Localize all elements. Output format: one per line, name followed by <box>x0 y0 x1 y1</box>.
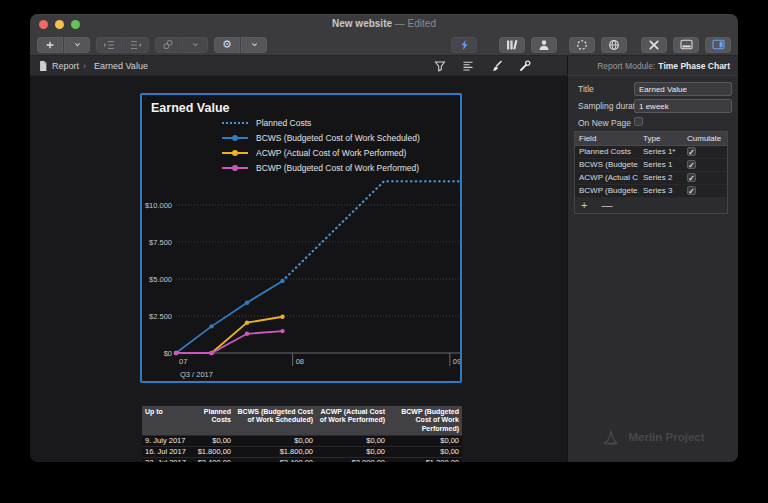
outdent-button[interactable] <box>122 37 149 53</box>
on-new-page-checkbox[interactable] <box>634 117 643 126</box>
svg-text:$0: $0 <box>164 349 172 358</box>
cumulate-checkbox[interactable]: ✓ <box>687 186 696 195</box>
settings-button[interactable]: ⚙ <box>214 37 240 53</box>
link-button[interactable] <box>155 37 181 53</box>
column-header: Planned Costs <box>192 406 234 435</box>
svg-text:Q3 / 2017: Q3 / 2017 <box>180 370 213 379</box>
series-cumulate-cell: ✓ <box>683 146 727 158</box>
link-split-button <box>155 37 208 53</box>
series-table-header: FieldTypeCumulate <box>575 132 727 146</box>
remove-series-button[interactable]: — <box>601 199 612 211</box>
legend-label: BCWS (Budgeted Cost of Work Scheduled) <box>256 133 420 143</box>
library-button[interactable] <box>499 37 525 53</box>
breadcrumb-root[interactable]: Report <box>52 61 79 71</box>
svg-text:$10.000: $10.000 <box>145 201 172 210</box>
format-lines-icon[interactable] <box>462 60 474 72</box>
title-input[interactable] <box>634 82 732 96</box>
series-column-header: Cumulate <box>683 132 727 145</box>
column-header: BCWP (Budgeted Cost of Work Performed) <box>388 406 462 435</box>
resources-button[interactable] <box>531 37 557 53</box>
legend-item: ACWP (Actual Cost of Work Performed) <box>222 148 420 157</box>
title-row: Title <box>568 82 738 96</box>
tools-button[interactable] <box>641 37 667 53</box>
series-row[interactable]: Planned CostsSeries 1*✓ <box>575 146 727 159</box>
series-row[interactable]: BCWP (Budgete…Series 3✓ <box>575 185 727 198</box>
app-window: New website — Edited <box>30 14 738 462</box>
person-icon <box>538 39 550 51</box>
table-cell: $0,00 <box>316 447 388 457</box>
table-cell: $0,00 <box>316 436 388 446</box>
cumulate-checkbox[interactable]: ✓ <box>687 173 696 182</box>
link-menu-button[interactable] <box>181 37 208 53</box>
globe-icon <box>608 39 620 51</box>
table-header-row: Up toPlanned CostsBCWS (Budgeted Cost of… <box>142 406 462 435</box>
breadcrumb-bar: Report › Earned Value <box>30 56 567 76</box>
series-field: Planned Costs <box>575 146 639 158</box>
legend-swatch <box>222 167 248 169</box>
indent-icon <box>103 40 115 50</box>
outdent-icon <box>130 40 142 50</box>
legend-label: Planned Costs <box>256 118 311 128</box>
on-new-page-row: On New Page <box>568 116 738 130</box>
column-header: BCWS (Budgeted Cost of Work Scheduled) <box>234 406 316 435</box>
table-cell: $0,00 <box>192 436 234 446</box>
title-bar[interactable]: New website — Edited <box>30 14 738 34</box>
series-field: BCWP (Budgete… <box>575 185 639 197</box>
chart-legend: Planned CostsBCWS (Budgeted Cost of Work… <box>222 118 420 172</box>
add-activity-button[interactable] <box>37 37 63 53</box>
settings-split-button: ⚙ <box>214 37 267 53</box>
publish-button[interactable] <box>601 37 627 53</box>
series-row[interactable]: ACWP (Actual C…Series 2✓ <box>575 172 727 185</box>
legend-label: BCWP (Budgeted Cost of Work Performed) <box>256 163 419 173</box>
cumulate-checkbox[interactable]: ✓ <box>687 147 696 156</box>
series-type: Series 1* <box>639 146 683 158</box>
series-row[interactable]: BCWS (Budgete…Series 1✓ <box>575 159 727 172</box>
column-header: ACWP (Actual Cost of Work Performed) <box>316 406 388 435</box>
window-title: New website — Edited <box>30 18 738 29</box>
table-row: 23. Jul 2017$3.400,00$3.400,00$2.000,00$… <box>142 457 462 462</box>
table-cell: $1.800,00 <box>192 447 234 457</box>
filter-funnel-icon[interactable] <box>434 60 446 72</box>
column-header: Up to <box>142 406 192 435</box>
table-body: 9. July 2017$0,00$0,00$0,00$0,0016. Jul … <box>142 435 462 462</box>
view-option-icons <box>434 60 531 72</box>
sampling-duration-input[interactable] <box>634 99 732 113</box>
panel-bottom-icon <box>680 39 693 50</box>
earned-value-chart[interactable]: Earned Value Planned CostsBCWS (Budgeted… <box>140 93 462 383</box>
breadcrumb-current[interactable]: Earned Value <box>94 61 148 71</box>
svg-text:$2.500: $2.500 <box>149 312 172 321</box>
chart-title: Earned Value <box>151 101 230 115</box>
chevron-down-icon <box>192 41 199 48</box>
cumulate-checkbox[interactable]: ✓ <box>687 160 696 169</box>
table-cell: 9. July 2017 <box>142 436 192 446</box>
table-cell: $2.000,00 <box>316 458 388 462</box>
table-cell: 23. Jul 2017 <box>142 458 192 462</box>
series-field: ACWP (Actual C… <box>575 172 639 184</box>
indent-button[interactable] <box>96 37 122 53</box>
sampling-row: Sampling duration <box>568 99 738 113</box>
main-toolbar: ⚙ <box>30 34 738 56</box>
crossed-tools-icon <box>648 39 660 51</box>
report-module-value: Time Phase Chart <box>658 61 730 71</box>
settings-menu-button[interactable] <box>240 37 267 53</box>
add-series-button[interactable]: + <box>581 199 587 211</box>
series-type: Series 2 <box>639 172 683 184</box>
legend-item: Planned Costs <box>222 118 420 127</box>
table-cell: 16. Jul 2017 <box>142 447 192 457</box>
series-field: BCWS (Budgete… <box>575 159 639 171</box>
on-new-page-label: On New Page <box>578 118 631 128</box>
bottom-panel-toggle[interactable] <box>673 37 699 53</box>
table-row: 9. July 2017$0,00$0,00$0,00$0,00 <box>142 435 462 446</box>
wrench-icon[interactable] <box>519 60 531 72</box>
plus-icon <box>45 40 55 50</box>
chevron-down-icon <box>74 41 81 48</box>
inspector-toggle[interactable] <box>705 37 731 53</box>
report-module-label: Report Module: <box>597 61 655 71</box>
style-brush-icon[interactable] <box>490 60 503 72</box>
add-activity-menu-button[interactable] <box>63 37 90 53</box>
sync-button[interactable] <box>569 37 595 53</box>
report-canvas[interactable]: Earned Value Planned CostsBCWS (Budgeted… <box>30 76 567 462</box>
series-table: FieldTypeCumulate Planned CostsSeries 1*… <box>574 131 728 214</box>
merlin-hat-icon <box>601 427 621 447</box>
actual-values-button[interactable] <box>451 37 477 53</box>
